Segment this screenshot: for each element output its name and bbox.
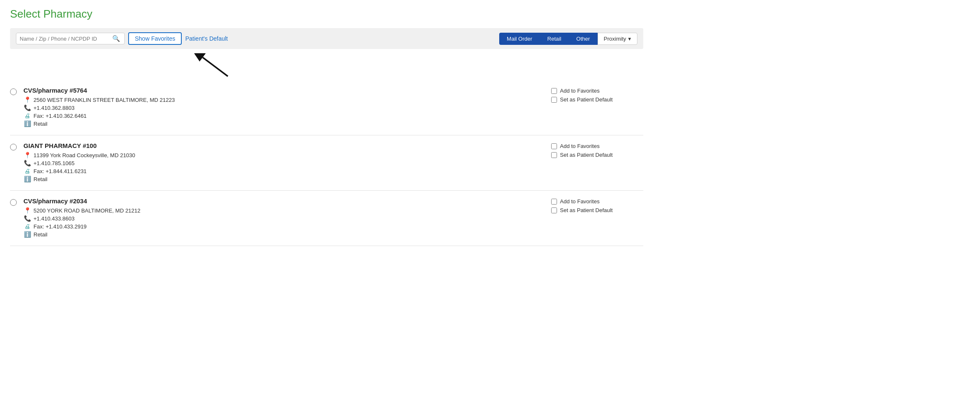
pharmacy-name-2: CVS/pharmacy #2034 <box>23 197 551 205</box>
pharmacy-name-0: CVS/pharmacy #5764 <box>23 87 551 94</box>
set-as-default-checkbox-1[interactable] <box>551 152 557 158</box>
annotation-container <box>194 53 643 78</box>
pharmacy-actions-1: Add to Favorites Set as Patient Default <box>551 142 643 158</box>
pharmacy-actions-0: Add to Favorites Set as Patient Default <box>551 87 643 103</box>
set-as-default-text-1: Set as Patient Default <box>560 152 613 158</box>
pharmacy-list: CVS/pharmacy #5764 📍 2560 WEST FRANKLIN … <box>10 80 643 246</box>
search-input[interactable] <box>20 36 111 42</box>
filter-group: Mail Order Retail Other Proximity ▾ <box>499 33 637 45</box>
pharmacy-fax-2: 🖨 Fax: +1.410.433.2919 <box>23 223 551 230</box>
pharmacy-row: GIANT PHARMACY #100 📍 11399 York Road Co… <box>10 135 643 191</box>
arrow-annotation <box>194 53 245 78</box>
add-to-favorites-checkbox-2[interactable] <box>551 199 557 205</box>
address-text-0: 2560 WEST FRANKLIN STREET BALTIMORE, MD … <box>34 97 175 103</box>
fax-icon: 🖨 <box>23 168 31 174</box>
address-text-2: 5200 YORK ROAD BALTIMORE, MD 21212 <box>34 207 140 214</box>
location-icon: 📍 <box>23 96 31 103</box>
phone-icon: 📞 <box>23 104 31 111</box>
pharmacy-radio-1[interactable] <box>10 144 17 150</box>
add-to-favorites-checkbox-1[interactable] <box>551 143 557 149</box>
phone-icon: 📞 <box>23 215 31 222</box>
type-text-0: Retail <box>34 121 47 127</box>
add-to-favorites-label-2[interactable]: Add to Favorites <box>551 198 600 205</box>
set-as-default-checkbox-2[interactable] <box>551 207 557 213</box>
toolbar: 🔍 Show Favorites Patient's Default Mail … <box>10 28 643 49</box>
pharmacy-name-1: GIANT PHARMACY #100 <box>23 142 551 149</box>
filter-retail-button[interactable]: Retail <box>540 33 569 45</box>
phone-text-2: +1.410.433.8603 <box>34 215 75 222</box>
info-icon: ℹ️ <box>23 231 31 238</box>
fax-icon: 🖨 <box>23 112 31 119</box>
phone-text-1: +1.410.785.1065 <box>34 160 75 166</box>
pharmacy-info-0: CVS/pharmacy #5764 📍 2560 WEST FRANKLIN … <box>23 87 551 128</box>
dropdown-arrow-icon: ▾ <box>628 36 631 42</box>
pharmacy-address-2: 📍 5200 YORK ROAD BALTIMORE, MD 21212 <box>23 207 551 214</box>
add-to-favorites-text-0: Add to Favorites <box>560 88 600 94</box>
pharmacy-info-1: GIANT PHARMACY #100 📍 11399 York Road Co… <box>23 142 551 184</box>
address-text-1: 11399 York Road Cockeysville, MD 21030 <box>34 152 135 158</box>
pharmacy-radio-2[interactable] <box>10 199 17 206</box>
pharmacy-address-1: 📍 11399 York Road Cockeysville, MD 21030 <box>23 152 551 158</box>
fax-icon: 🖨 <box>23 223 31 230</box>
add-to-favorites-text-2: Add to Favorites <box>560 198 600 205</box>
page-title: Select Pharmacy <box>10 8 643 21</box>
patients-default-button[interactable]: Patient's Default <box>185 35 228 42</box>
location-icon: 📍 <box>23 152 31 158</box>
pharmacy-row: CVS/pharmacy #2034 📍 5200 YORK ROAD BALT… <box>10 191 643 246</box>
set-as-default-text-0: Set as Patient Default <box>560 96 613 103</box>
set-as-default-label-1[interactable]: Set as Patient Default <box>551 152 613 158</box>
search-button[interactable]: 🔍 <box>111 35 121 42</box>
pharmacy-info-2: CVS/pharmacy #2034 📍 5200 YORK ROAD BALT… <box>23 197 551 239</box>
pharmacy-type-0: ℹ️ Retail <box>23 120 551 127</box>
pharmacy-address-0: 📍 2560 WEST FRANKLIN STREET BALTIMORE, M… <box>23 96 551 103</box>
fax-text-1: Fax: +1.844.411.6231 <box>34 168 87 174</box>
phone-icon: 📞 <box>23 160 31 166</box>
show-favorites-button[interactable]: Show Favorites <box>128 32 182 45</box>
pharmacy-phone-1: 📞 +1.410.785.1065 <box>23 160 551 166</box>
proximity-label: Proximity <box>604 36 626 42</box>
fax-text-0: Fax: +1.410.362.6461 <box>34 113 87 119</box>
pharmacy-type-2: ℹ️ Retail <box>23 231 551 238</box>
phone-text-0: +1.410.362.8803 <box>34 105 75 111</box>
set-as-default-label-0[interactable]: Set as Patient Default <box>551 96 613 103</box>
filter-other-button[interactable]: Other <box>569 33 598 45</box>
set-as-default-text-2: Set as Patient Default <box>560 207 613 213</box>
info-icon: ℹ️ <box>23 176 31 182</box>
pharmacy-phone-2: 📞 +1.410.433.8603 <box>23 215 551 222</box>
type-text-1: Retail <box>34 176 47 182</box>
filter-mail-order-button[interactable]: Mail Order <box>499 33 540 45</box>
add-to-favorites-checkbox-0[interactable] <box>551 88 557 94</box>
set-as-default-label-2[interactable]: Set as Patient Default <box>551 207 613 213</box>
fax-text-2: Fax: +1.410.433.2919 <box>34 223 87 230</box>
add-to-favorites-text-1: Add to Favorites <box>560 143 600 149</box>
pharmacy-actions-2: Add to Favorites Set as Patient Default <box>551 197 643 213</box>
location-icon: 📍 <box>23 207 31 214</box>
info-icon: ℹ️ <box>23 120 31 127</box>
add-to-favorites-label-0[interactable]: Add to Favorites <box>551 88 600 94</box>
pharmacy-fax-1: 🖨 Fax: +1.844.411.6231 <box>23 168 551 174</box>
add-to-favorites-label-1[interactable]: Add to Favorites <box>551 143 600 149</box>
pharmacy-row: CVS/pharmacy #5764 📍 2560 WEST FRANKLIN … <box>10 80 643 135</box>
svg-line-1 <box>203 57 228 76</box>
set-as-default-checkbox-0[interactable] <box>551 97 557 103</box>
type-text-2: Retail <box>34 231 47 238</box>
pharmacy-phone-0: 📞 +1.410.362.8803 <box>23 104 551 111</box>
pharmacy-type-1: ℹ️ Retail <box>23 176 551 182</box>
proximity-button[interactable]: Proximity ▾ <box>598 33 637 45</box>
pharmacy-fax-0: 🖨 Fax: +1.410.362.6461 <box>23 112 551 119</box>
search-wrapper: 🔍 <box>16 33 125 44</box>
pharmacy-radio-0[interactable] <box>10 88 17 95</box>
